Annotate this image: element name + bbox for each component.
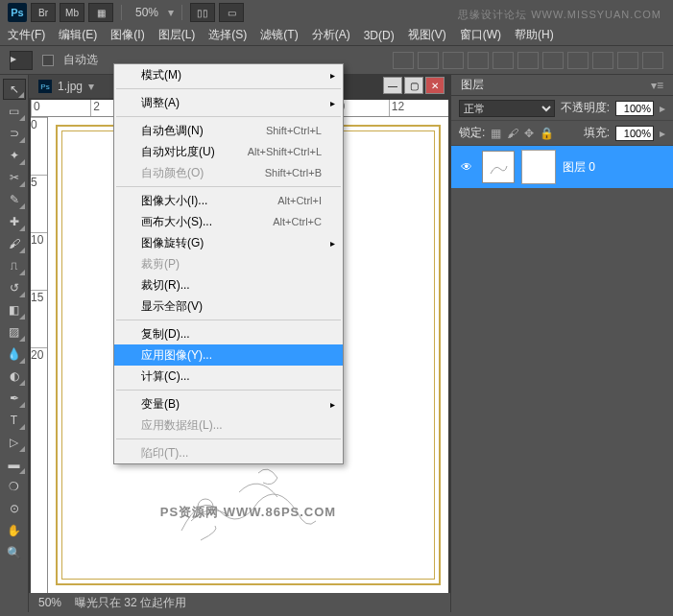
eraser-tool-icon[interactable]: ◧ [3,299,26,320]
minimize-button[interactable]: — [383,77,402,94]
move-tool-icon[interactable]: ↖ [3,79,26,100]
lock-pixels-icon[interactable]: 🖌 [507,127,518,140]
menu-crop: 裁剪(P) [114,253,343,274]
view-extras-button[interactable]: ▦ [88,3,113,22]
menu-trim[interactable]: 裁切(R)... [114,274,343,296]
layer-row[interactable]: 👁 图层 0 [451,146,673,188]
align-icon[interactable] [542,52,564,69]
dodge-tool-icon[interactable]: ◐ [3,366,26,387]
blend-mode-select[interactable]: 正常 [459,100,555,117]
ruler-vertical: 05101520 [31,117,48,593]
menu-select[interactable]: 选择(S) [208,27,247,43]
align-icon[interactable] [443,52,464,69]
align-icon[interactable] [418,52,439,69]
align-icon[interactable] [617,52,638,69]
menu-window[interactable]: 窗口(W) [460,27,501,43]
menu-adjustments[interactable]: 调整(A) [114,92,343,113]
zoom-dropdown-icon[interactable]: ▾ [168,6,174,19]
menu-canvas-size[interactable]: 画布大小(S)...Alt+Ctrl+C [114,211,343,232]
align-icon[interactable] [393,52,414,69]
align-icon[interactable] [517,52,539,69]
image-menu-dropdown: 模式(M) 调整(A) 自动色调(N)Shift+Ctrl+L 自动对比度(U)… [113,63,344,464]
zoom-level[interactable]: 50% [130,6,164,19]
bridge-button[interactable]: Br [31,3,56,22]
panel-menu-icon[interactable]: ▾≡ [651,79,663,92]
fill-label: 填充: [584,125,610,141]
zoom-tool-icon[interactable]: 🔍 [3,542,26,563]
lock-transparency-icon[interactable]: ▦ [491,127,501,140]
opacity-input[interactable] [615,101,654,116]
align-icon[interactable] [493,52,514,69]
menu-file[interactable]: 文件(F) [8,27,45,43]
align-icon[interactable] [567,52,589,69]
camera-tool-icon[interactable]: ⊙ [3,498,26,519]
menu-help[interactable]: 帮助(H) [515,27,554,43]
lasso-tool-icon[interactable]: ⊃ [3,123,26,144]
fill-dropdown-icon[interactable]: ▸ [660,127,665,140]
align-icon[interactable] [642,52,663,69]
photoshop-icon: Ps [8,3,27,22]
lock-all-icon[interactable]: 🔒 [540,127,554,140]
tab-dropdown-icon[interactable]: ▾ [88,80,94,93]
3d-tool-icon[interactable]: ❍ [3,476,26,497]
menu-edit[interactable]: 编辑(E) [59,27,97,43]
arrange-button[interactable]: ▯▯ [190,3,215,22]
path-tool-icon[interactable]: ▷ [3,432,26,453]
opacity-dropdown-icon[interactable]: ▸ [660,102,665,115]
stamp-tool-icon[interactable]: ⎍ [3,255,26,276]
menu-3d[interactable]: 3D(D) [364,29,395,42]
eyedropper-tool-icon[interactable]: ✎ [3,189,26,210]
layer-mask-thumbnail[interactable] [522,151,555,183]
minibridge-button[interactable]: Mb [60,3,84,22]
blur-tool-icon[interactable]: 💧 [3,344,26,365]
marquee-tool-icon[interactable]: ▭ [3,101,26,122]
menu-analysis[interactable]: 分析(A) [312,27,350,43]
visibility-eye-icon[interactable]: 👁 [459,159,474,175]
document-tab-name: 1.jpg [58,80,83,93]
brush-tool-icon[interactable]: 🖌 [3,233,26,254]
menu-image[interactable]: 图像(I) [110,27,144,43]
watermark-corner: 思缘设计论坛 WWW.MISSYUAN.COM [458,8,661,22]
menu-variables[interactable]: 变量(B) [114,393,343,415]
history-brush-icon[interactable]: ↺ [3,277,26,298]
align-icon[interactable] [592,52,613,69]
menu-calculations[interactable]: 计算(C)... [114,366,343,387]
tool-preset-icon[interactable]: ▸ [10,51,33,70]
menu-auto-contrast[interactable]: 自动对比度(U)Alt+Shift+Ctrl+L [114,141,343,162]
wand-tool-icon[interactable]: ✦ [3,145,26,166]
type-tool-icon[interactable]: T [3,410,26,431]
maximize-button[interactable]: ▢ [404,77,423,94]
menu-reveal-all[interactable]: 显示全部(V) [114,296,343,317]
menu-apply-image[interactable]: 应用图像(Y)... [114,344,343,366]
screen-mode-button[interactable]: ▭ [219,3,244,22]
layers-panel-title[interactable]: 图层 [461,77,484,93]
menu-duplicate[interactable]: 复制(D)... [114,323,343,344]
lock-position-icon[interactable]: ✥ [524,127,534,140]
window-controls: — ▢ ✕ [383,77,445,94]
menu-filter[interactable]: 滤镜(T) [260,27,298,43]
auto-select-label: 自动选 [63,52,98,68]
fill-input[interactable] [615,126,654,141]
heal-tool-icon[interactable]: ✚ [3,211,26,232]
layer-thumbnail[interactable] [482,151,515,183]
menu-image-size[interactable]: 图像大小(I)...Alt+Ctrl+I [114,190,343,211]
menu-auto-tone[interactable]: 自动色调(N)Shift+Ctrl+L [114,120,343,141]
auto-select-checkbox[interactable] [42,55,54,66]
shape-tool-icon[interactable]: ▬ [3,454,26,475]
tools-panel: ↖ ▭ ⊃ ✦ ✂ ✎ ✚ 🖌 ⎍ ↺ ◧ ▨ 💧 ◐ ✒ T ▷ ▬ ❍ ⊙ … [0,75,29,612]
crop-tool-icon[interactable]: ✂ [3,167,26,188]
align-icon[interactable] [468,52,489,69]
status-zoom[interactable]: 50% [38,596,61,609]
pen-tool-icon[interactable]: ✒ [3,388,26,409]
menu-image-rotation[interactable]: 图像旋转(G) [114,232,343,253]
canvas-watermark: PS资源网 WWW.86PS.COM [160,504,336,521]
menu-layer[interactable]: 图层(L) [158,27,196,43]
close-button[interactable]: ✕ [425,77,445,94]
statusbar: 50% 曝光只在 32 位起作用 [29,593,450,612]
menubar: 文件(F) 编辑(E) 图像(I) 图层(L) 选择(S) 滤镜(T) 分析(A… [0,25,673,46]
layer-name[interactable]: 图层 0 [563,159,595,176]
hand-tool-icon[interactable]: ✋ [3,520,26,541]
menu-mode[interactable]: 模式(M) [114,64,343,85]
menu-view[interactable]: 视图(V) [408,27,446,43]
gradient-tool-icon[interactable]: ▨ [3,321,26,343]
